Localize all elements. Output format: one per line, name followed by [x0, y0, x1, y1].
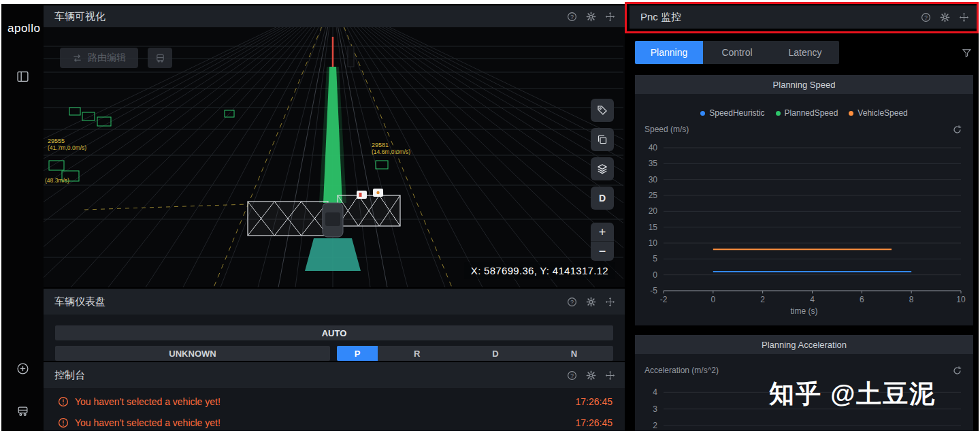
- help-icon[interactable]: ?: [567, 12, 577, 22]
- view-mode-button[interactable]: D: [591, 187, 614, 210]
- svg-text:40: 40: [649, 143, 658, 153]
- legend-label: PlannedSpeed: [785, 108, 838, 118]
- pnc-panel-title: Pnc 监控: [640, 11, 681, 24]
- svg-text:-2: -2: [660, 295, 668, 304]
- gear-cell-p: P: [337, 346, 378, 361]
- relocate-button[interactable]: [148, 48, 172, 68]
- help-icon[interactable]: ?: [567, 297, 577, 307]
- svg-text:?: ?: [570, 13, 574, 20]
- main-column: 车辆可视化 ? 29555(41.7m,0.0m/s)29581(14.6m,0…: [44, 4, 625, 431]
- svg-text:-5: -5: [650, 286, 657, 295]
- planning-acceleration-card-title: Planning Acceleration: [635, 335, 973, 354]
- zoom-in-button[interactable]: +: [591, 223, 614, 242]
- layers-tool-button[interactable]: [591, 157, 614, 180]
- legend-dot: [849, 111, 853, 116]
- route-edit-button[interactable]: 路由编辑: [60, 48, 138, 68]
- settings-icon[interactable]: [940, 12, 950, 22]
- viz-header-icons: ?: [567, 12, 615, 22]
- viz-3d-scene[interactable]: 29555(41.7m,0.0m/s)29581(14.6m,0.0m/s)(4…: [44, 27, 625, 287]
- tab-control[interactable]: Control: [703, 41, 771, 64]
- dashboard-panel-header: 车辆仪表盘 ?: [44, 289, 625, 315]
- console-panel-title: 控制台: [54, 369, 85, 382]
- bus-icon: [155, 53, 165, 63]
- svg-text:0: 0: [710, 295, 715, 304]
- drive-mode-indicator: AUTO: [55, 325, 613, 340]
- console-message-list: You haven't selected a vehicle yet!17:26…: [44, 388, 625, 431]
- add-panel-icon[interactable]: [16, 362, 29, 375]
- svg-text:20: 20: [649, 206, 658, 216]
- viz-panel-header: 车辆可视化 ?: [44, 5, 625, 27]
- tab-planning[interactable]: Planning: [635, 41, 703, 64]
- route-icon: [72, 53, 82, 63]
- copy-tool-button[interactable]: [591, 128, 614, 151]
- pnc-header-icons: ?: [921, 12, 969, 22]
- gear-cell-n: N: [535, 346, 613, 361]
- console-message-text: You haven't selected a vehicle yet!: [75, 396, 220, 407]
- move-panel-icon[interactable]: [605, 297, 615, 307]
- planning-speed-chart: 4035302520151050-5-20246810: [635, 136, 973, 306]
- svg-text:2: 2: [760, 295, 765, 304]
- tab-latency[interactable]: Latency: [771, 41, 839, 64]
- gear-cell-r: R: [378, 346, 456, 361]
- acceleration-y-axis-label: Acceleration (m/s^2): [644, 366, 719, 375]
- coordinates-readout: X: 587699.36, Y: 4141317.12: [464, 262, 615, 279]
- vehicle-visualization-panel: 车辆可视化 ? 29555(41.7m,0.0m/s)29581(14.6m,0…: [44, 5, 625, 287]
- svg-text:4: 4: [653, 387, 657, 397]
- pnc-tabs-row: PlanningControlLatency: [635, 41, 972, 64]
- move-panel-icon[interactable]: [959, 12, 969, 22]
- screenshot-page: apollo 车辆可视化 ? 29555(41.7m,0.0m/s)29581(…: [0, 0, 980, 433]
- pnc-monitor-column: Pnc 监控 ? PlanningControlLatency Planning…: [630, 4, 979, 431]
- svg-text:3: 3: [653, 404, 657, 414]
- help-icon[interactable]: ?: [567, 370, 577, 381]
- scene-tools: D: [591, 99, 614, 210]
- planning-speed-card-title: Planning Speed: [635, 75, 973, 94]
- dashboard-panel-title: 车辆仪表盘: [54, 295, 105, 308]
- svg-text:10: 10: [649, 238, 658, 248]
- legend-label: VehicleSpeed: [858, 108, 907, 118]
- help-icon[interactable]: ?: [921, 12, 931, 22]
- dashboard-header-icons: ?: [567, 297, 615, 307]
- legend-item-vehiclespeed[interactable]: VehicleSpeed: [849, 108, 907, 118]
- legend-dot: [700, 111, 705, 116]
- speed-axis-row: Speed (m/s): [635, 123, 973, 136]
- legend-dot: [776, 111, 781, 116]
- planning-speed-card: Planning Speed SpeedHeuristicPlannedSpee…: [635, 75, 973, 325]
- console-message-time: 17:26:45: [576, 417, 613, 428]
- watermark: 知乎 @土豆泥: [769, 377, 936, 411]
- settings-icon[interactable]: [586, 297, 596, 307]
- zoom-out-button[interactable]: −: [591, 242, 614, 261]
- speed-y-axis-label: Speed (m/s): [644, 125, 689, 134]
- svg-text:15: 15: [649, 223, 658, 232]
- move-panel-icon[interactable]: [605, 12, 615, 22]
- settings-icon[interactable]: [586, 370, 596, 381]
- viz-panel-title: 车辆可视化: [54, 10, 105, 23]
- filter-icon[interactable]: [962, 48, 972, 58]
- move-panel-icon[interactable]: [605, 370, 615, 381]
- svg-text:30: 30: [649, 175, 658, 185]
- svg-text:?: ?: [570, 298, 574, 305]
- legend-item-speedheuristic[interactable]: SpeedHeuristic: [700, 108, 764, 118]
- svg-text:29581: 29581: [372, 142, 389, 148]
- acceleration-axis-row: Acceleration (m/s^2): [635, 364, 973, 377]
- gear-cell-d: D: [456, 346, 534, 361]
- vehicle-icon[interactable]: [16, 404, 29, 417]
- legend-label: SpeedHeuristic: [709, 108, 764, 118]
- reset-chart-icon[interactable]: [952, 125, 962, 135]
- tag-tool-button[interactable]: [591, 99, 614, 122]
- legend-item-plannedspeed[interactable]: PlannedSpeed: [776, 108, 838, 118]
- console-message-text: You haven't selected a vehicle yet!: [75, 417, 220, 428]
- panel-layout-icon[interactable]: [16, 70, 29, 83]
- console-message-time: 17:26:45: [576, 396, 613, 407]
- settings-icon[interactable]: [586, 12, 596, 22]
- sidebar: apollo: [1, 4, 44, 431]
- speed-x-axis-label: time (s): [635, 306, 973, 320]
- svg-text:?: ?: [570, 372, 574, 379]
- route-edit-label: 路由编辑: [88, 52, 126, 64]
- chart-legend: SpeedHeuristicPlannedSpeedVehicleSpeed: [635, 106, 973, 120]
- svg-text:5: 5: [653, 254, 657, 263]
- zoom-tools: + −: [591, 223, 614, 261]
- reset-chart-icon[interactable]: [952, 366, 962, 376]
- console-message: You haven't selected a vehicle yet!17:26…: [44, 391, 625, 412]
- svg-text:35: 35: [649, 159, 658, 168]
- gear-selector: PRDN: [337, 346, 613, 361]
